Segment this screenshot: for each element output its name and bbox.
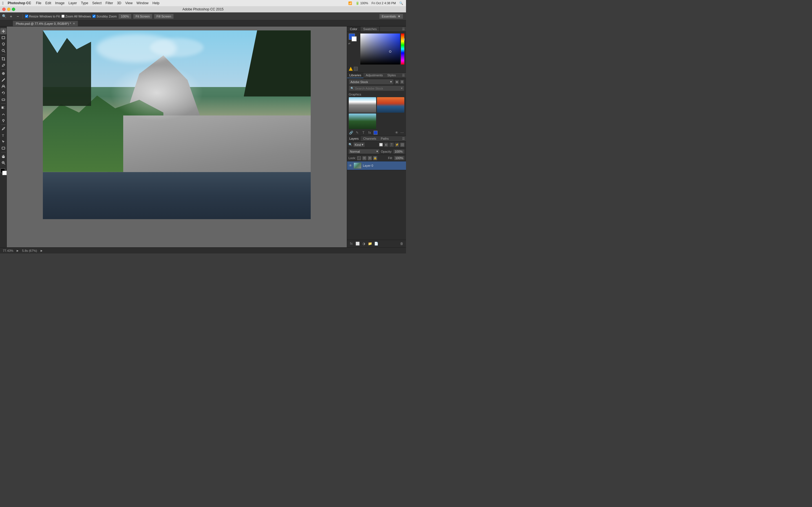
minimize-button[interactable]: [7, 8, 10, 11]
menu-3d[interactable]: 3D: [115, 0, 123, 6]
gradient-tool[interactable]: [0, 105, 6, 111]
zoom-in-icon[interactable]: +: [8, 14, 13, 19]
lib-fx-icon[interactable]: fx: [367, 130, 372, 135]
lib-more-icon[interactable]: ⋯: [400, 130, 404, 135]
resize-windows-checkbox[interactable]: [25, 15, 28, 18]
lock-position-btn[interactable]: ✛: [368, 156, 372, 160]
menu-edit[interactable]: Edit: [43, 0, 53, 6]
path-select-tool[interactable]: [0, 138, 6, 145]
doc-tab[interactable]: Photo.psd @ 77.4% (Layer 0, RGB/8*) * ✕: [13, 20, 78, 26]
stock-thumb-3[interactable]: [349, 114, 376, 129]
dodge-tool[interactable]: [0, 117, 6, 124]
layers-filter-dropdown[interactable]: Kind ▾: [353, 142, 365, 147]
close-button[interactable]: [2, 8, 6, 11]
menu-select[interactable]: Select: [90, 0, 103, 6]
out-of-gamut-warning[interactable]: [349, 67, 353, 71]
search-icon[interactable]: 🔍: [399, 1, 403, 5]
list-view-btn[interactable]: ☰: [400, 80, 404, 84]
tab-libraries[interactable]: Libraries: [347, 73, 363, 78]
filter-adj-btn[interactable]: ◐: [384, 143, 389, 147]
menu-file[interactable]: File: [34, 0, 43, 6]
reset-colors-icon[interactable]: ⇌: [348, 42, 350, 45]
move-tool[interactable]: [0, 28, 6, 34]
menu-window[interactable]: Window: [135, 0, 151, 6]
search-input[interactable]: [355, 87, 400, 90]
stamp-tool[interactable]: [0, 83, 6, 90]
lib-color-icon[interactable]: [373, 131, 377, 135]
hue-slider[interactable]: [401, 34, 404, 64]
layer-row[interactable]: 👁 Layer 0: [347, 161, 406, 170]
tab-layers[interactable]: Layers: [347, 136, 361, 141]
zoom-level-btn[interactable]: 100%: [118, 14, 132, 19]
eyedropper-tool[interactable]: [0, 62, 6, 68]
lib-stock-dropdown[interactable]: Adobe Stock ▾: [349, 79, 394, 84]
menu-filter[interactable]: Filter: [103, 0, 115, 6]
stock-thumb-1[interactable]: [349, 97, 376, 113]
lock-transparent-btn[interactable]: ⬛: [357, 156, 361, 160]
eraser-tool[interactable]: [0, 96, 6, 103]
fill-value[interactable]: 100%: [394, 156, 405, 160]
background-color[interactable]: [2, 171, 7, 175]
delete-layer-btn[interactable]: 🗑: [399, 241, 404, 246]
status-expand-icon[interactable]: ▶: [17, 249, 18, 252]
tab-color[interactable]: Color: [347, 26, 360, 32]
add-mask-btn[interactable]: ⬜: [355, 241, 360, 246]
filter-pixel-btn[interactable]: ⬜: [378, 143, 383, 147]
new-layer-btn[interactable]: 📄: [373, 241, 378, 246]
filter-smart-btn[interactable]: ⚡: [395, 143, 399, 147]
zoom-all-windows-checkbox[interactable]: [61, 15, 64, 18]
doc-tab-close[interactable]: ✕: [73, 22, 75, 25]
text-tool[interactable]: T: [0, 132, 6, 138]
lib-text-icon[interactable]: T: [361, 130, 366, 135]
rectangle-select-tool[interactable]: [0, 35, 6, 41]
rectangle-tool[interactable]: [0, 145, 6, 151]
tab-channels[interactable]: Channels: [361, 136, 378, 141]
essentials-dropdown[interactable]: Essentials ▼: [379, 14, 403, 19]
lib-pencil-icon[interactable]: ✎: [355, 130, 359, 135]
opacity-value[interactable]: 100%: [393, 149, 405, 154]
fit-screen-btn[interactable]: Fit Screen: [133, 14, 152, 19]
layers-panel-menu[interactable]: ☰: [402, 137, 405, 140]
tab-styles[interactable]: Styles: [385, 73, 398, 78]
add-style-btn[interactable]: fx: [349, 241, 354, 246]
menu-help[interactable]: Help: [151, 0, 161, 6]
brush-tool[interactable]: [0, 77, 6, 83]
lasso-tool[interactable]: [0, 41, 6, 47]
color-gradient[interactable]: [360, 34, 400, 64]
stock-thumb-2[interactable]: [377, 97, 404, 113]
crop-tool[interactable]: [0, 56, 6, 62]
history-brush-tool[interactable]: [0, 90, 6, 96]
lib-eye-icon[interactable]: 👁: [395, 130, 399, 135]
color-proof-icon[interactable]: [354, 67, 358, 71]
create-group-btn[interactable]: 📁: [367, 241, 372, 246]
fill-screen-btn[interactable]: Fill Screen: [154, 14, 174, 19]
blur-tool[interactable]: [0, 111, 6, 117]
grid-view-btn[interactable]: ⊞: [395, 80, 399, 84]
filter-type-btn[interactable]: T: [389, 143, 394, 147]
menu-view[interactable]: View: [123, 0, 135, 6]
zoom-out-icon[interactable]: −: [15, 14, 20, 19]
search-expand-icon[interactable]: ▾: [401, 87, 403, 90]
hand-tool[interactable]: [0, 153, 6, 159]
quick-select-tool[interactable]: [0, 48, 6, 54]
libraries-panel-menu[interactable]: ☰: [402, 73, 405, 77]
menu-type[interactable]: Type: [79, 0, 90, 6]
menu-layer[interactable]: Layer: [66, 0, 79, 6]
pen-tool[interactable]: [0, 126, 6, 132]
tab-adjustments[interactable]: Adjustments: [363, 73, 385, 78]
menu-image[interactable]: Image: [53, 0, 66, 6]
lib-link-icon[interactable]: 🔗: [349, 130, 353, 135]
maximize-button[interactable]: [12, 8, 15, 11]
lock-all-btn[interactable]: 🔒: [373, 156, 377, 160]
bg-swatch[interactable]: [352, 36, 357, 41]
healing-brush-tool[interactable]: [0, 70, 6, 76]
layer-visibility-toggle[interactable]: 👁: [349, 164, 352, 168]
lock-pixels-btn[interactable]: ✏: [362, 156, 366, 160]
status-arrow-icon[interactable]: ▶: [41, 249, 43, 252]
tab-paths[interactable]: Paths: [378, 136, 391, 141]
add-adjustment-btn[interactable]: ◑: [361, 241, 366, 246]
scrubby-zoom-checkbox[interactable]: [93, 15, 96, 18]
blend-mode-dropdown[interactable]: Normal ▾: [349, 149, 379, 154]
zoom-tool[interactable]: [0, 160, 6, 166]
tab-swatches[interactable]: Swatches: [360, 26, 380, 32]
